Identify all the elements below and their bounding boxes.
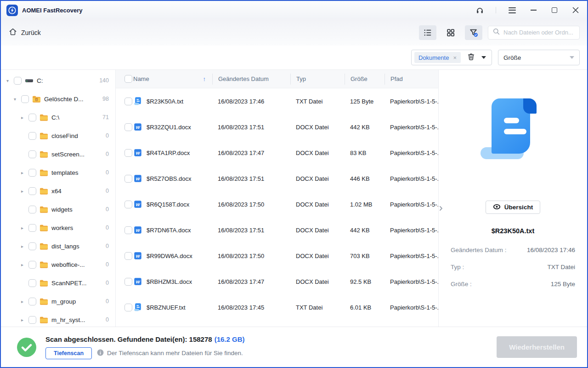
file-date: 16/08/2023 17:51 <box>212 124 290 131</box>
tree-item[interactable]: ▾ Gelöschte D... 98 <box>1 90 115 108</box>
tree-item-checkbox[interactable] <box>28 242 36 250</box>
menu-icon[interactable] <box>507 5 517 15</box>
expander-icon[interactable]: ▸ <box>19 317 25 322</box>
select-all-checkbox[interactable] <box>124 75 132 83</box>
tree-item[interactable]: ▸ C:\ 71 <box>1 108 115 126</box>
folder-icon <box>40 169 48 177</box>
close-button[interactable] <box>571 5 581 15</box>
table-row[interactable]: $R23K50A.txt 16/08/2023 17:46 TXT Datei … <box>116 88 438 114</box>
row-checkbox[interactable] <box>124 252 132 260</box>
table-row[interactable]: W $R5Z7OBS.docx 16/08/2023 17:51 DOCX Da… <box>116 166 438 191</box>
trash-filter-icon[interactable] <box>467 52 475 63</box>
tree-item-checkbox[interactable] <box>28 114 36 121</box>
info-icon <box>97 349 104 357</box>
tree-item-label: closeFind <box>51 132 78 139</box>
tree-item[interactable]: ▸ weboffice-... 0 <box>1 255 115 274</box>
panel-collapse-chevron-icon[interactable] <box>439 204 446 213</box>
tree-item-count: 0 <box>106 206 109 213</box>
table-row[interactable]: W $R7DN6TA.docx 16/08/2023 17:51 DOCX Da… <box>116 217 438 243</box>
minimize-button[interactable] <box>528 5 538 15</box>
expander-icon[interactable]: ▸ <box>19 225 25 230</box>
list-view-button[interactable] <box>419 25 436 40</box>
sort-ascending-icon[interactable]: ↑ <box>203 75 206 82</box>
tree-item-checkbox[interactable] <box>21 95 29 103</box>
tree-item-checkbox[interactable] <box>28 206 36 213</box>
tree-item[interactable]: ▸ m_hr_syst... 0 <box>1 310 115 327</box>
tree-item[interactable]: widgets 0 <box>1 200 115 218</box>
tree-item-checkbox[interactable] <box>28 224 36 232</box>
file-details: Geändertes Datum : 16/08/2023 17:46 Typ … <box>439 247 587 298</box>
file-name: $R5Z7OBS.docx <box>147 175 192 182</box>
table-row[interactable]: W $R6Q158T.docx 16/08/2023 17:50 DOCX Da… <box>116 191 438 217</box>
titlebar: AOMEI FastRecovery <box>1 1 587 19</box>
row-checkbox[interactable] <box>124 175 132 183</box>
tree-item[interactable]: ▸ templates 0 <box>1 163 115 182</box>
tree-item-checkbox[interactable] <box>28 132 36 140</box>
expander-icon[interactable]: ▸ <box>19 244 25 249</box>
tree-item-checkbox[interactable] <box>28 187 36 195</box>
support-headset-icon[interactable] <box>475 5 485 15</box>
row-checkbox[interactable] <box>124 149 132 157</box>
row-checkbox[interactable] <box>124 226 132 234</box>
tree-item-checkbox[interactable] <box>28 316 36 324</box>
row-checkbox[interactable] <box>124 278 132 286</box>
file-date: 16/08/2023 17:51 <box>212 227 290 234</box>
table-row[interactable]: W $R99DW6A.docx 16/08/2023 17:50 DOCX Da… <box>116 243 438 269</box>
table-row[interactable]: W $R32ZQU1.docx 16/08/2023 17:51 DOCX Da… <box>116 114 438 140</box>
expander-icon[interactable]: ▸ <box>19 115 25 120</box>
column-header-size[interactable]: Größe <box>345 74 384 85</box>
tree-item-checkbox[interactable] <box>28 169 36 177</box>
tree-item-checkbox[interactable] <box>28 261 36 269</box>
table-row[interactable]: W $RBHZM3L.docx 16/08/2023 17:47 DOCX Da… <box>116 269 438 294</box>
table-row[interactable]: $RBZNUEF.txt 16/08/2023 17:45 TXT Datei … <box>116 294 438 320</box>
chip-remove-icon[interactable]: × <box>453 55 457 61</box>
filter-chip-documents[interactable]: Dokumente × <box>414 52 461 63</box>
table-row[interactable]: W $R4TA1RP.docx 16/08/2023 17:47 DOCX Da… <box>116 140 438 166</box>
expander-icon[interactable]: ▸ <box>19 170 25 175</box>
column-header-name[interactable]: Name ↑ <box>132 74 212 85</box>
overview-button[interactable]: Übersicht <box>486 201 540 214</box>
expander-icon[interactable]: ▸ <box>19 189 25 194</box>
row-checkbox[interactable] <box>124 123 132 131</box>
tree-item[interactable]: ▸ x64 0 <box>1 182 115 200</box>
recover-button[interactable]: Wiederherstellen <box>497 336 577 358</box>
file-date: 16/08/2023 17:51 <box>212 175 290 182</box>
tree-item[interactable]: ▸ m_group 0 <box>1 292 115 310</box>
filter-button[interactable] <box>465 25 482 40</box>
tree-item-checkbox[interactable] <box>28 298 36 305</box>
column-header-date[interactable]: Geändertes Datum <box>212 74 290 85</box>
search-input[interactable] <box>503 29 575 36</box>
tree-item[interactable]: setScreen... 0 <box>1 145 115 163</box>
tree-item-label: Gelöschte D... <box>44 96 84 103</box>
size-dropdown[interactable]: Größe <box>498 50 580 65</box>
tree-item-count: 0 <box>106 169 109 176</box>
tree-item-checkbox[interactable] <box>28 279 36 287</box>
folder-icon <box>40 187 48 195</box>
tree-item-checkbox[interactable] <box>14 77 22 85</box>
expander-icon[interactable]: ▸ <box>19 262 25 267</box>
expander-icon[interactable]: ▾ <box>12 97 18 102</box>
back-button[interactable]: Zurück <box>8 27 41 38</box>
file-size: 6.01 KB <box>345 304 384 311</box>
row-checkbox[interactable] <box>124 98 132 105</box>
filter-type-combo[interactable]: Dokumente × <box>411 50 492 65</box>
file-size: 83 KB <box>345 150 384 156</box>
tree-item[interactable]: ▾ C: 140 <box>1 71 115 90</box>
tree-item[interactable]: ▸ workers 0 <box>1 218 115 237</box>
tree-item[interactable]: ScanNPET... 0 <box>1 274 115 292</box>
expander-icon[interactable]: ▸ <box>19 299 25 304</box>
row-checkbox[interactable] <box>124 304 132 311</box>
tree-item[interactable]: closeFind 0 <box>1 126 115 145</box>
tree-item-checkbox[interactable] <box>28 150 36 158</box>
deep-scan-button[interactable]: Tiefenscan <box>45 347 92 359</box>
row-checkbox[interactable] <box>124 201 132 208</box>
docx-file-icon: W <box>133 277 142 286</box>
maximize-button[interactable] <box>549 5 560 15</box>
filter-dropdown-caret-icon[interactable] <box>481 56 486 59</box>
column-header-path[interactable]: Pfad <box>384 74 438 85</box>
tree-item-label: setScreen... <box>51 151 85 158</box>
grid-view-button[interactable] <box>442 25 459 40</box>
tree-item[interactable]: ▸ dist_langs 0 <box>1 237 115 255</box>
expander-icon[interactable]: ▾ <box>5 78 11 83</box>
column-header-type[interactable]: Typ <box>290 74 345 85</box>
